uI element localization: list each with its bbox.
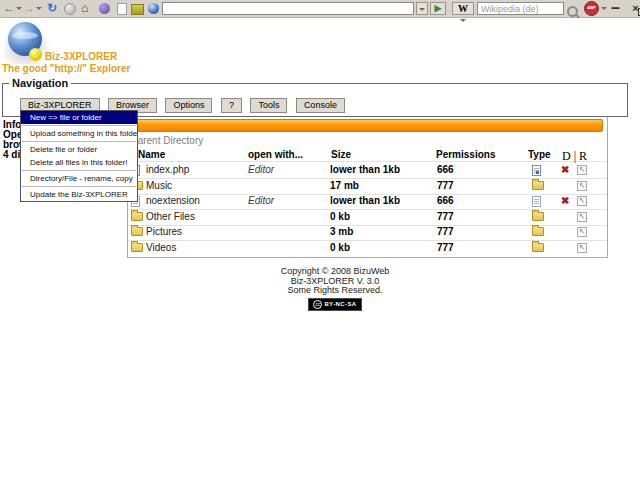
back-icon[interactable]: ← xyxy=(3,2,15,14)
open-with-editor-link[interactable]: Editor xyxy=(248,194,274,208)
rename-icon[interactable]: ↖ xyxy=(577,165,587,175)
search-engine-dropdown-icon xyxy=(460,19,466,22)
folder-name-link[interactable]: Pictures xyxy=(146,225,182,239)
rename-icon[interactable]: ↖ xyxy=(577,227,587,237)
column-header-open-with: open with... xyxy=(248,149,303,160)
table-row: index.php Editor lower than 1kb 666 ✖ ↖ xyxy=(128,163,607,179)
minimize-button[interactable]: – xyxy=(611,2,620,14)
file-size: 3 mb xyxy=(330,225,353,239)
menu-button-tools[interactable]: Tools xyxy=(250,98,287,113)
column-header-delete-rename: D | R xyxy=(562,149,587,164)
current-path-bar: / xyxy=(130,119,603,132)
menu-separator xyxy=(22,125,136,126)
folder-type-icon xyxy=(532,212,544,221)
file-size: 0 kb xyxy=(330,210,350,224)
browser-toolbar: ← → ↻ ⌂ ▶ W ABP – × xyxy=(0,0,640,18)
menu-separator xyxy=(22,186,136,187)
column-header-type: Type xyxy=(528,149,551,160)
delete-icon[interactable]: ✖ xyxy=(561,194,569,208)
address-dropdown-button[interactable] xyxy=(416,2,428,15)
cc-icon: cc xyxy=(313,300,322,309)
page-info-icon[interactable] xyxy=(117,3,127,15)
menu-button-options[interactable]: Options xyxy=(165,98,212,113)
search-icon[interactable] xyxy=(567,6,578,17)
cc-license-badge[interactable]: cc BY-NC-SA xyxy=(308,298,361,312)
go-button[interactable]: ▶ xyxy=(430,2,446,15)
footer: Copyright © 2008 BizuWeb Biz-3XPLORER V.… xyxy=(115,267,555,311)
fullscreen-icon[interactable] xyxy=(131,4,144,15)
adblock-dropdown-icon[interactable] xyxy=(601,7,607,10)
file-size: lower than 1kb xyxy=(330,194,400,208)
folder-type-icon xyxy=(532,243,544,252)
rename-icon[interactable]: ↖ xyxy=(577,212,587,222)
close-button[interactable]: × xyxy=(631,2,640,14)
table-header-row: Name open with... Size Permissions Type … xyxy=(128,149,607,162)
navigation-legend: Navigation xyxy=(9,77,71,89)
search-engine-button[interactable]: W xyxy=(452,2,474,15)
folder-name-link[interactable]: Music xyxy=(146,179,172,193)
cc-license-terms: BY-NC-SA xyxy=(324,300,356,310)
search-input[interactable] xyxy=(477,2,564,15)
table-row: Other Files 0 kb 777 ↖ xyxy=(128,210,607,226)
table-row: Videos 0 kb 777 ↖ xyxy=(128,241,607,257)
file-permissions: 666 xyxy=(437,194,454,208)
menu-separator xyxy=(22,141,136,142)
menu-button-help[interactable]: ? xyxy=(221,98,242,113)
app-title: Biz-3XPLORER xyxy=(45,51,117,62)
file-size: 17 mb xyxy=(330,179,359,193)
stop-icon[interactable] xyxy=(64,3,76,15)
parent-directory-link[interactable]: Parent Directory xyxy=(131,135,203,146)
file-permissions: 777 xyxy=(437,179,454,193)
column-header-name: Name xyxy=(138,149,165,160)
file-permissions: 777 xyxy=(437,241,454,255)
home-icon[interactable]: ⌂ xyxy=(81,2,88,14)
app-logo-ball-icon xyxy=(29,48,42,61)
folder-icon xyxy=(131,212,143,221)
forward-icon[interactable]: → xyxy=(23,2,35,14)
refresh-icon[interactable]: ↻ xyxy=(47,2,57,14)
folder-icon xyxy=(131,243,143,252)
browser-window: ← → ↻ ⌂ ▶ W ABP – × Biz-3XPLORER The goo… xyxy=(0,0,640,480)
menu-item-rename-copy[interactable]: Directory/File - rename, copy xyxy=(21,172,137,185)
file-permissions: 666 xyxy=(437,163,454,177)
table-row: Music 17 mb 777 ↖ xyxy=(128,179,607,195)
panel-bottom-border xyxy=(127,257,608,258)
rename-icon[interactable]: ↖ xyxy=(577,243,587,253)
delete-icon[interactable]: ✖ xyxy=(561,163,569,177)
menu-item-upload[interactable]: Upload something in this folder xyxy=(21,127,137,140)
menu-item-update[interactable]: Update the Biz-3XPLORER xyxy=(21,188,137,201)
file-permissions: 777 xyxy=(437,210,454,224)
folder-icon xyxy=(131,227,143,236)
folder-type-icon xyxy=(532,227,544,236)
footer-rights: Some Rights Reserved. xyxy=(115,286,555,296)
menu-item-delete-all[interactable]: Delete all files in this folder! xyxy=(21,156,137,169)
forward-dropdown-icon[interactable] xyxy=(36,7,42,10)
app-tagline: The good "http://" Explorer xyxy=(2,63,130,74)
column-header-size: Size xyxy=(331,149,351,160)
menu-button-console[interactable]: Console xyxy=(296,98,345,113)
back-dropdown-icon[interactable] xyxy=(16,7,22,10)
menu-item-delete-file[interactable]: Delete file or folder xyxy=(21,143,137,156)
panel-right-border xyxy=(607,117,608,257)
open-with-editor-link[interactable]: Editor xyxy=(248,163,274,177)
rename-icon[interactable]: ↖ xyxy=(577,196,587,206)
folder-name-link[interactable]: Videos xyxy=(146,241,176,255)
file-size: 0 kb xyxy=(330,241,350,255)
adblock-icon[interactable]: ABP xyxy=(584,1,599,16)
theme-icon[interactable] xyxy=(99,3,110,14)
file-size: lower than 1kb xyxy=(330,163,400,177)
table-row: Pictures 3 mb 777 ↖ xyxy=(128,225,607,241)
folder-name-link[interactable]: Other Files xyxy=(146,210,195,224)
file-name-link[interactable]: index.php xyxy=(146,163,189,177)
address-input[interactable] xyxy=(162,2,414,15)
folder-type-icon xyxy=(532,181,544,190)
file-name-link[interactable]: noextension xyxy=(146,194,200,208)
menu-item-new-file-or-folder[interactable]: New => file or folder xyxy=(21,111,137,124)
file-type-icon xyxy=(532,196,541,207)
menu-separator xyxy=(22,170,136,171)
biz3xplorer-dropdown-menu: New => file or folder Upload something i… xyxy=(20,110,138,202)
column-header-permissions: Permissions xyxy=(436,149,495,160)
rename-icon[interactable]: ↖ xyxy=(577,181,587,191)
php-file-type-icon xyxy=(532,165,541,176)
table-row: noextension Editor lower than 1kb 666 ✖ … xyxy=(128,194,607,210)
